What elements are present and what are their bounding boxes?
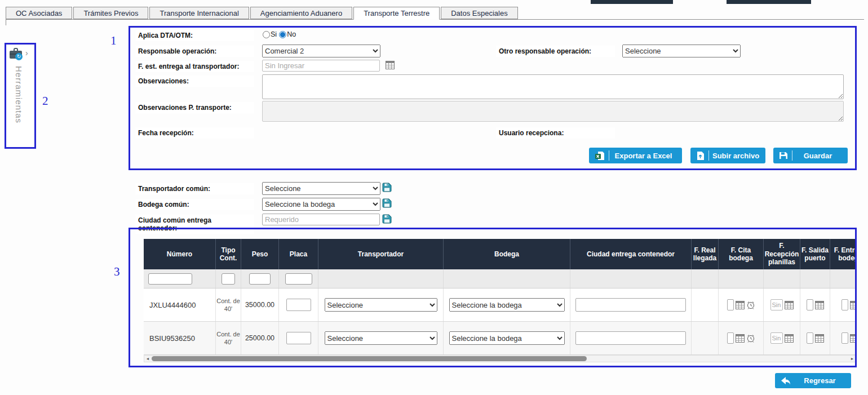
calendar-icon[interactable] (736, 301, 745, 309)
calendar-icon[interactable] (850, 334, 856, 343)
calendar-icon[interactable] (815, 334, 824, 343)
row-transportador-select[interactable]: Seleccione (325, 331, 437, 345)
col-tipo-cont: Tipo Cont. (216, 239, 241, 269)
calendar-icon[interactable] (815, 301, 824, 309)
col-bodega: Bodega (444, 239, 570, 269)
subir-archivo-button[interactable]: Subir archivo (690, 148, 765, 163)
label-fecha-recepcion: Fecha recepción: (135, 127, 254, 139)
containers-table: Número Tipo Cont. Peso Placa Transportad… (144, 239, 856, 362)
top-header-fragment (591, 0, 673, 4)
col-transportador: Transportador (318, 239, 444, 269)
col-peso: Peso (241, 239, 279, 269)
label-fecha-entrega: F. est. entrega al transportador: (135, 61, 254, 72)
save-icon (778, 150, 792, 161)
responsable-select[interactable]: Comercial 2 (262, 45, 380, 57)
entrega-bodega-input[interactable] (842, 332, 848, 344)
cita-fecha-input[interactable] (727, 332, 734, 344)
back-arrow-icon (780, 376, 793, 386)
col-numero: Número (144, 239, 216, 269)
cell-numero: JXLU4444600 (144, 289, 216, 321)
tab-strip-edge (6, 19, 6, 25)
guardar-button[interactable]: Guardar (773, 148, 848, 163)
cell-tipo: Cont. de 40' (216, 289, 241, 321)
scrollbar-thumb[interactable] (152, 356, 587, 361)
col-ciudad-entrega: Ciudad entrega contenedor (570, 239, 692, 269)
col-f-recepcion-planillas: F. Recepción planillas (764, 239, 800, 269)
regresar-label: Regresar (793, 376, 847, 385)
calendar-icon[interactable] (386, 61, 395, 72)
col-f-entrega-bodega: F. Entrega bodega (830, 239, 856, 269)
excel-icon (594, 150, 609, 161)
radio-si[interactable] (263, 31, 270, 38)
salida-puerto-input[interactable] (807, 299, 813, 310)
label-usuario-recepciona: Usuario recepciona: (496, 127, 615, 139)
scroll-right-icon[interactable]: ► (849, 356, 856, 362)
label-observaciones: Observaciones: (135, 76, 254, 87)
top-header-fragment (727, 0, 811, 4)
cell-f-real-llegada (692, 289, 719, 321)
calendar-icon[interactable] (785, 301, 794, 309)
otro-responsable-select[interactable]: Seleccione (622, 45, 741, 57)
table-horizontal-scrollbar[interactable]: ◄ ► (144, 355, 856, 362)
observaciones-textarea[interactable] (262, 74, 844, 99)
table-row: BSIU9536250 Cont. de 40' 25000.00 Selecc… (144, 322, 856, 355)
guardar-label: Guardar (792, 152, 843, 160)
tab-oc-asociadas[interactable]: OC Asociadas (6, 7, 72, 19)
cell-peso: 25000.00 (241, 322, 279, 354)
ciudad-comun-input[interactable] (262, 214, 380, 225)
tab-transporte-terrestre[interactable]: Transporte Terrestre (353, 7, 440, 20)
row-bodega-select[interactable]: Seleccione la bodega (449, 331, 565, 345)
transporte-terrestre-page: OC Asociadas Trámites Previos Transporte… (0, 0, 868, 395)
filter-peso-input[interactable] (249, 273, 271, 285)
row-transportador-select[interactable]: Seleccione (325, 298, 437, 312)
label-observaciones-pt: Observaciones P. transporte: (135, 102, 254, 113)
save-floppy-icon[interactable] (382, 183, 392, 194)
tab-agenciamiento-aduanero[interactable]: Agenciamiento Aduanero (250, 7, 352, 19)
exportar-excel-button[interactable]: Exportar a Excel (589, 148, 682, 163)
table-header-row: Número Tipo Cont. Peso Placa Transportad… (144, 239, 856, 269)
tab-tramites-previos[interactable]: Trámites Previos (73, 7, 148, 19)
save-floppy-icon[interactable] (382, 198, 392, 210)
cell-tipo: Cont. de 40' (216, 322, 241, 354)
calendar-icon[interactable] (785, 334, 794, 343)
fecha-entrega-input[interactable] (262, 60, 380, 72)
sync-icon: ↻ (15, 53, 23, 60)
recepcion-planillas-input[interactable] (770, 299, 783, 310)
filter-placa-input[interactable] (285, 273, 312, 285)
scroll-left-icon[interactable]: ◄ (144, 356, 151, 362)
cell-peso: 35000.00 (241, 289, 279, 321)
ciudad-entrega-input[interactable] (575, 298, 686, 312)
chevron-right-icon[interactable]: › (25, 48, 28, 57)
annotation-marker-1: 1 (110, 34, 117, 48)
placa-input[interactable] (286, 299, 311, 311)
tab-transporte-internacional[interactable]: Transporte Internacional (149, 7, 249, 19)
recepcion-planillas-input[interactable] (770, 332, 783, 344)
sidebar-title: Herramientas (14, 66, 24, 123)
calendar-icon[interactable] (850, 301, 856, 309)
save-floppy-icon[interactable] (382, 214, 392, 226)
tab-datos-especiales[interactable]: Datos Especiales (441, 7, 517, 19)
radio-no[interactable] (279, 31, 286, 38)
label-otro-responsable: Otro responsable operación: (496, 46, 615, 57)
row-bodega-select[interactable]: Seleccione la bodega (449, 298, 565, 312)
filter-tipo-input[interactable] (222, 273, 235, 285)
calendar-icon[interactable] (736, 334, 745, 343)
regresar-button[interactable]: Regresar (775, 373, 851, 388)
bodega-comun-select[interactable]: Seleccione la bodega (262, 198, 380, 211)
label-responsable: Responsable operación: (135, 46, 254, 57)
filter-numero-input[interactable] (148, 273, 192, 285)
cita-fecha-input[interactable] (727, 299, 734, 310)
ciudad-entrega-input[interactable] (575, 331, 686, 345)
entrega-bodega-input[interactable] (842, 299, 848, 310)
clock-icon[interactable] (746, 300, 755, 309)
toolbox-icon[interactable]: ↻ › (8, 47, 33, 62)
clock-icon[interactable] (746, 334, 755, 343)
label-transportador-comun: Transportador común: (135, 183, 254, 194)
table-filter-row (144, 269, 856, 289)
upload-icon (695, 150, 709, 161)
placa-input[interactable] (286, 332, 311, 344)
label-bodega-comun: Bodega común: (135, 199, 254, 210)
subir-archivo-label: Subir archivo (709, 152, 763, 160)
transportador-comun-select[interactable]: Seleccione (262, 182, 380, 195)
salida-puerto-input[interactable] (807, 332, 813, 344)
